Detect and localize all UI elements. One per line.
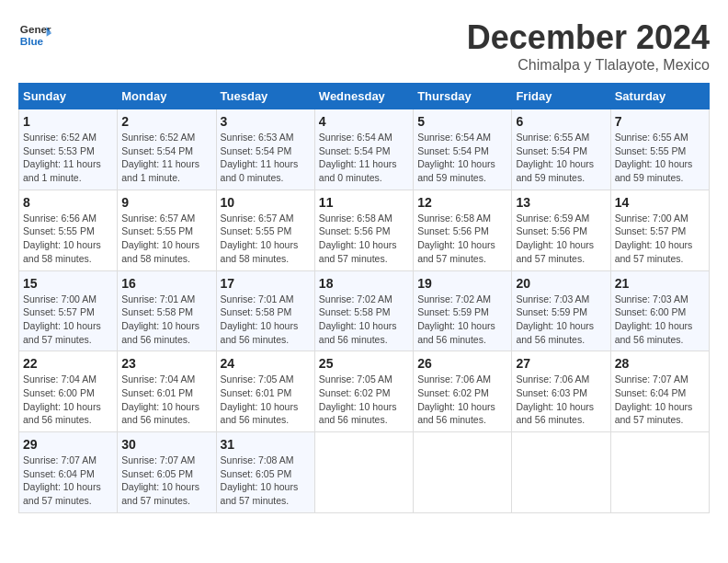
title-area: December 2024 Chimalpa y Tlalayote, Mexi… bbox=[467, 18, 710, 74]
day-number: 4 bbox=[319, 114, 409, 129]
calendar-cell: 19 Sunrise: 7:02 AM Sunset: 5:59 PM Dayl… bbox=[414, 270, 512, 351]
week-row-1: 1 Sunrise: 6:52 AM Sunset: 5:53 PM Dayli… bbox=[19, 109, 710, 190]
day-number: 18 bbox=[319, 276, 409, 291]
weekday-header-monday: Monday bbox=[118, 84, 216, 109]
calendar-cell: 20 Sunrise: 7:03 AM Sunset: 5:59 PM Dayl… bbox=[512, 270, 610, 351]
day-info: Sunrise: 7:01 AM Sunset: 5:58 PM Dayligh… bbox=[221, 293, 311, 347]
day-number: 2 bbox=[121, 114, 211, 129]
svg-text:Blue: Blue bbox=[20, 35, 44, 47]
day-info: Sunrise: 6:52 AM Sunset: 5:54 PM Dayligh… bbox=[121, 131, 211, 185]
week-row-3: 15 Sunrise: 7:00 AM Sunset: 5:57 PM Dayl… bbox=[19, 270, 710, 351]
calendar-cell: 24 Sunrise: 7:05 AM Sunset: 6:01 PM Dayl… bbox=[216, 351, 314, 432]
calendar-table: SundayMondayTuesdayWednesdayThursdayFrid… bbox=[18, 83, 710, 513]
calendar-cell: 4 Sunrise: 6:54 AM Sunset: 5:54 PM Dayli… bbox=[314, 109, 413, 190]
calendar-cell bbox=[610, 432, 709, 513]
day-number: 15 bbox=[23, 276, 113, 291]
day-info: Sunrise: 6:57 AM Sunset: 5:55 PM Dayligh… bbox=[221, 212, 311, 266]
calendar-cell: 11 Sunrise: 6:58 AM Sunset: 5:56 PM Dayl… bbox=[314, 190, 413, 270]
day-info: Sunrise: 7:04 AM Sunset: 6:00 PM Dayligh… bbox=[23, 373, 113, 427]
logo-icon: General Blue bbox=[18, 18, 51, 52]
day-info: Sunrise: 7:07 AM Sunset: 6:04 PM Dayligh… bbox=[615, 373, 705, 427]
calendar-cell: 16 Sunrise: 7:01 AM Sunset: 5:58 PM Dayl… bbox=[118, 270, 216, 351]
calendar-cell: 21 Sunrise: 7:03 AM Sunset: 6:00 PM Dayl… bbox=[610, 270, 709, 351]
weekday-header-sunday: Sunday bbox=[19, 84, 118, 109]
calendar-cell bbox=[512, 432, 610, 513]
day-info: Sunrise: 7:07 AM Sunset: 6:04 PM Dayligh… bbox=[23, 454, 113, 508]
day-info: Sunrise: 7:00 AM Sunset: 5:57 PM Dayligh… bbox=[615, 212, 705, 266]
day-number: 23 bbox=[121, 356, 211, 371]
day-info: Sunrise: 6:52 AM Sunset: 5:53 PM Dayligh… bbox=[23, 131, 113, 185]
calendar-cell: 29 Sunrise: 7:07 AM Sunset: 6:04 PM Dayl… bbox=[19, 432, 118, 513]
day-number: 28 bbox=[615, 356, 705, 371]
calendar-cell: 5 Sunrise: 6:54 AM Sunset: 5:54 PM Dayli… bbox=[414, 109, 512, 190]
calendar-cell: 18 Sunrise: 7:02 AM Sunset: 5:58 PM Dayl… bbox=[314, 270, 413, 351]
day-number: 7 bbox=[615, 114, 705, 129]
day-info: Sunrise: 6:54 AM Sunset: 5:54 PM Dayligh… bbox=[319, 131, 409, 185]
day-info: Sunrise: 7:04 AM Sunset: 6:01 PM Dayligh… bbox=[121, 373, 211, 427]
day-number: 24 bbox=[221, 356, 311, 371]
calendar-cell: 23 Sunrise: 7:04 AM Sunset: 6:01 PM Dayl… bbox=[118, 351, 216, 432]
calendar-cell: 22 Sunrise: 7:04 AM Sunset: 6:00 PM Dayl… bbox=[19, 351, 118, 432]
day-info: Sunrise: 6:53 AM Sunset: 5:54 PM Dayligh… bbox=[221, 131, 311, 185]
day-info: Sunrise: 6:57 AM Sunset: 5:55 PM Dayligh… bbox=[121, 212, 211, 266]
logo: General Blue bbox=[18, 18, 51, 52]
day-number: 16 bbox=[121, 276, 211, 291]
day-number: 9 bbox=[121, 195, 211, 210]
day-info: Sunrise: 7:05 AM Sunset: 6:02 PM Dayligh… bbox=[319, 373, 409, 427]
day-number: 31 bbox=[221, 437, 311, 452]
day-info: Sunrise: 7:02 AM Sunset: 5:58 PM Dayligh… bbox=[319, 293, 409, 347]
day-number: 11 bbox=[319, 195, 409, 210]
calendar-cell: 27 Sunrise: 7:06 AM Sunset: 6:03 PM Dayl… bbox=[512, 351, 610, 432]
calendar-cell: 9 Sunrise: 6:57 AM Sunset: 5:55 PM Dayli… bbox=[118, 190, 216, 270]
day-number: 14 bbox=[615, 195, 705, 210]
calendar-cell: 17 Sunrise: 7:01 AM Sunset: 5:58 PM Dayl… bbox=[216, 270, 314, 351]
calendar-cell: 10 Sunrise: 6:57 AM Sunset: 5:55 PM Dayl… bbox=[216, 190, 314, 270]
header: General Blue December 2024 Chimalpa y Tl… bbox=[18, 18, 710, 74]
calendar-cell bbox=[314, 432, 413, 513]
day-info: Sunrise: 6:55 AM Sunset: 5:54 PM Dayligh… bbox=[516, 131, 606, 185]
day-info: Sunrise: 7:01 AM Sunset: 5:58 PM Dayligh… bbox=[121, 293, 211, 347]
day-info: Sunrise: 6:55 AM Sunset: 5:55 PM Dayligh… bbox=[615, 131, 705, 185]
day-number: 5 bbox=[417, 114, 507, 129]
day-info: Sunrise: 6:58 AM Sunset: 5:56 PM Dayligh… bbox=[417, 212, 507, 266]
day-number: 17 bbox=[221, 276, 311, 291]
day-number: 10 bbox=[221, 195, 311, 210]
calendar-cell bbox=[414, 432, 512, 513]
weekday-header-wednesday: Wednesday bbox=[314, 84, 413, 109]
calendar-cell: 8 Sunrise: 6:56 AM Sunset: 5:55 PM Dayli… bbox=[19, 190, 118, 270]
weekday-header-saturday: Saturday bbox=[610, 84, 709, 109]
day-info: Sunrise: 7:03 AM Sunset: 5:59 PM Dayligh… bbox=[516, 293, 606, 347]
day-number: 26 bbox=[417, 356, 507, 371]
calendar-cell: 3 Sunrise: 6:53 AM Sunset: 5:54 PM Dayli… bbox=[216, 109, 314, 190]
calendar-cell: 1 Sunrise: 6:52 AM Sunset: 5:53 PM Dayli… bbox=[19, 109, 118, 190]
weekday-header-friday: Friday bbox=[512, 84, 610, 109]
calendar-cell: 15 Sunrise: 7:00 AM Sunset: 5:57 PM Dayl… bbox=[19, 270, 118, 351]
calendar-cell: 30 Sunrise: 7:07 AM Sunset: 6:05 PM Dayl… bbox=[118, 432, 216, 513]
day-info: Sunrise: 7:06 AM Sunset: 6:03 PM Dayligh… bbox=[516, 373, 606, 427]
calendar-cell: 2 Sunrise: 6:52 AM Sunset: 5:54 PM Dayli… bbox=[118, 109, 216, 190]
calendar-cell: 25 Sunrise: 7:05 AM Sunset: 6:02 PM Dayl… bbox=[314, 351, 413, 432]
day-number: 21 bbox=[615, 276, 705, 291]
day-number: 29 bbox=[23, 437, 113, 452]
day-info: Sunrise: 7:06 AM Sunset: 6:02 PM Dayligh… bbox=[417, 373, 507, 427]
day-number: 3 bbox=[221, 114, 311, 129]
day-number: 12 bbox=[417, 195, 507, 210]
day-info: Sunrise: 7:08 AM Sunset: 6:05 PM Dayligh… bbox=[221, 454, 311, 508]
calendar-cell: 31 Sunrise: 7:08 AM Sunset: 6:05 PM Dayl… bbox=[216, 432, 314, 513]
day-number: 1 bbox=[23, 114, 113, 129]
day-number: 13 bbox=[516, 195, 606, 210]
day-info: Sunrise: 6:59 AM Sunset: 5:56 PM Dayligh… bbox=[516, 212, 606, 266]
location-subtitle: Chimalpa y Tlalayote, Mexico bbox=[467, 57, 710, 74]
calendar-cell: 14 Sunrise: 7:00 AM Sunset: 5:57 PM Dayl… bbox=[610, 190, 709, 270]
weekday-header-tuesday: Tuesday bbox=[216, 84, 314, 109]
day-info: Sunrise: 7:00 AM Sunset: 5:57 PM Dayligh… bbox=[23, 293, 113, 347]
day-info: Sunrise: 7:05 AM Sunset: 6:01 PM Dayligh… bbox=[221, 373, 311, 427]
day-number: 6 bbox=[516, 114, 606, 129]
day-number: 8 bbox=[23, 195, 113, 210]
day-info: Sunrise: 6:54 AM Sunset: 5:54 PM Dayligh… bbox=[417, 131, 507, 185]
day-info: Sunrise: 6:56 AM Sunset: 5:55 PM Dayligh… bbox=[23, 212, 113, 266]
month-title: December 2024 bbox=[467, 18, 710, 57]
week-row-2: 8 Sunrise: 6:56 AM Sunset: 5:55 PM Dayli… bbox=[19, 190, 710, 270]
weekday-header-row: SundayMondayTuesdayWednesdayThursdayFrid… bbox=[19, 84, 710, 109]
calendar-cell: 12 Sunrise: 6:58 AM Sunset: 5:56 PM Dayl… bbox=[414, 190, 512, 270]
